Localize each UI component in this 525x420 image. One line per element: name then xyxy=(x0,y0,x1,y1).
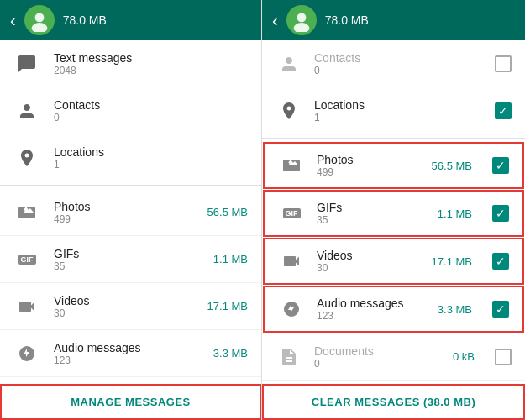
right-photos-icon xyxy=(278,152,305,179)
videos-size: 17.1 MB xyxy=(207,300,248,312)
audio-size: 3.3 MB xyxy=(213,347,248,360)
photos-count: 499 xyxy=(54,213,194,225)
right-videos-title: Videos xyxy=(317,249,420,262)
videos-title: Videos xyxy=(54,294,194,307)
right-contacts-icon xyxy=(276,50,302,77)
right-videos-size: 17.1 MB xyxy=(432,255,472,268)
list-item[interactable]: Audio messages 123 3.3 MB xyxy=(0,330,261,377)
list-item[interactable]: Photos 499 56.5 MB ✓ xyxy=(263,142,524,189)
audio-title: Audio messages xyxy=(54,341,200,354)
back-icon-right[interactable]: ‹ xyxy=(272,11,278,30)
right-header: ‹ 78.0 MB xyxy=(262,0,525,40)
locations-info: Locations 1 xyxy=(54,145,248,171)
list-item[interactable]: Locations 1 xyxy=(0,134,261,181)
right-audio-info: Audio messages 123 xyxy=(317,297,426,322)
svg-point-3 xyxy=(23,209,25,212)
locations-icon xyxy=(13,144,40,171)
right-audio-icon xyxy=(278,296,305,323)
right-documents-title: Documents xyxy=(314,344,441,358)
right-documents-icon xyxy=(276,344,302,370)
left-scroll-area[interactable]: Text messages 2048 Contacts 0 Locations … xyxy=(0,40,261,384)
right-videos-info: Videos 30 xyxy=(317,249,420,274)
contacts-checkbox[interactable] xyxy=(495,55,512,72)
locations-title: Locations xyxy=(54,145,248,159)
right-videos-count: 30 xyxy=(317,262,420,274)
audio-info: Audio messages 123 xyxy=(54,341,200,366)
documents-checkbox-unchecked xyxy=(495,349,512,365)
audio-checkbox[interactable]: ✓ xyxy=(492,301,509,318)
videos-icon xyxy=(13,293,40,320)
clear-messages-button[interactable]: CLEAR MESSAGES (38.0 MB) xyxy=(312,396,475,408)
contacts-checkbox-unchecked xyxy=(495,55,512,72)
left-header: ‹ 78.0 MB xyxy=(0,0,261,40)
list-item[interactable]: Contacts 0 xyxy=(0,87,261,134)
left-panel: ‹ 78.0 MB Text messages 2048 xyxy=(0,0,262,420)
right-audio-title: Audio messages xyxy=(317,297,426,310)
right-documents-size: 0 kB xyxy=(453,350,475,363)
list-item[interactable]: Documents 0 0 kB xyxy=(262,333,525,381)
manage-messages-button[interactable]: MANAGE MESSAGES xyxy=(71,396,191,408)
right-photos-size: 56.5 MB xyxy=(432,160,472,172)
right-photos-title: Photos xyxy=(317,153,420,166)
right-contacts-info: Contacts 0 xyxy=(314,51,483,76)
text-messages-icon xyxy=(13,50,40,77)
list-item[interactable]: Contacts 0 xyxy=(262,40,525,87)
right-documents-count: 0 xyxy=(314,358,441,370)
photos-icon xyxy=(13,199,40,226)
back-icon-left[interactable]: ‹ xyxy=(10,11,16,30)
svg-point-5 xyxy=(297,13,306,22)
contacts-count: 0 xyxy=(54,112,248,123)
svg-point-1 xyxy=(34,13,44,22)
audio-checkbox-checked: ✓ xyxy=(492,301,509,318)
photos-info: Photos 499 xyxy=(54,200,194,225)
photos-checkbox-checked: ✓ xyxy=(492,157,509,174)
right-locations-icon xyxy=(276,97,302,124)
locations-count: 1 xyxy=(54,159,248,171)
list-item[interactable]: Text messages 2048 xyxy=(0,40,261,87)
list-item[interactable]: Videos 30 17.1 MB xyxy=(0,283,261,330)
videos-count: 30 xyxy=(54,307,194,319)
gifs-checkbox-checked: ✓ xyxy=(492,205,509,222)
right-photos-count: 499 xyxy=(317,166,420,178)
gifs-icon: GIF xyxy=(13,246,40,273)
right-audio-count: 123 xyxy=(317,310,426,322)
left-header-size: 78.0 MB xyxy=(63,13,251,27)
right-gifs-size: 1.1 MB xyxy=(438,207,472,220)
right-videos-icon xyxy=(278,248,305,275)
list-item[interactable]: Audio messages 123 3.3 MB ✓ xyxy=(263,286,524,333)
videos-info: Videos 30 xyxy=(54,294,194,319)
list-item[interactable]: Documents xyxy=(0,377,261,384)
right-gifs-count: 35 xyxy=(317,214,426,226)
photos-title: Photos xyxy=(54,200,194,213)
videos-checkbox-checked: ✓ xyxy=(492,253,509,270)
videos-checkbox[interactable]: ✓ xyxy=(492,253,509,270)
contacts-info: Contacts 0 xyxy=(54,98,248,123)
right-photos-info: Photos 499 xyxy=(317,153,420,178)
divider xyxy=(0,185,261,186)
right-gifs-icon: GIF xyxy=(278,200,305,227)
right-gifs-title: GIFs xyxy=(317,201,426,214)
contacts-title: Contacts xyxy=(54,98,248,112)
gifs-checkbox[interactable]: ✓ xyxy=(492,205,509,222)
list-item[interactable]: GIF GIFs 35 1.1 MB ✓ xyxy=(263,190,524,237)
photos-checkbox[interactable]: ✓ xyxy=(492,157,509,174)
right-audio-size: 3.3 MB xyxy=(438,303,472,316)
right-contacts-title: Contacts xyxy=(314,51,483,65)
list-item[interactable]: Photos 499 56.5 MB xyxy=(0,189,261,236)
locations-checkbox[interactable]: ✓ xyxy=(495,102,512,119)
svg-point-7 xyxy=(287,163,290,165)
photos-size: 56.5 MB xyxy=(207,206,248,218)
text-messages-count: 2048 xyxy=(54,65,248,76)
locations-checkbox-checked: ✓ xyxy=(495,102,512,119)
documents-checkbox[interactable] xyxy=(495,349,512,365)
gifs-info: GIFs 35 xyxy=(54,247,200,272)
avatar-left xyxy=(24,5,55,35)
list-item[interactable]: GIF GIFs 35 1.1 MB xyxy=(0,236,261,283)
right-locations-info: Locations 1 xyxy=(314,98,483,123)
right-scroll-area[interactable]: Contacts 0 Locations 1 ✓ xyxy=(262,40,525,384)
right-gifs-info: GIFs 35 xyxy=(317,201,426,226)
contacts-icon xyxy=(13,97,40,124)
list-item[interactable]: Locations 1 ✓ xyxy=(262,87,525,134)
right-panel: ‹ 78.0 MB Contacts 0 xyxy=(262,0,525,420)
list-item[interactable]: Videos 30 17.1 MB ✓ xyxy=(263,238,524,285)
